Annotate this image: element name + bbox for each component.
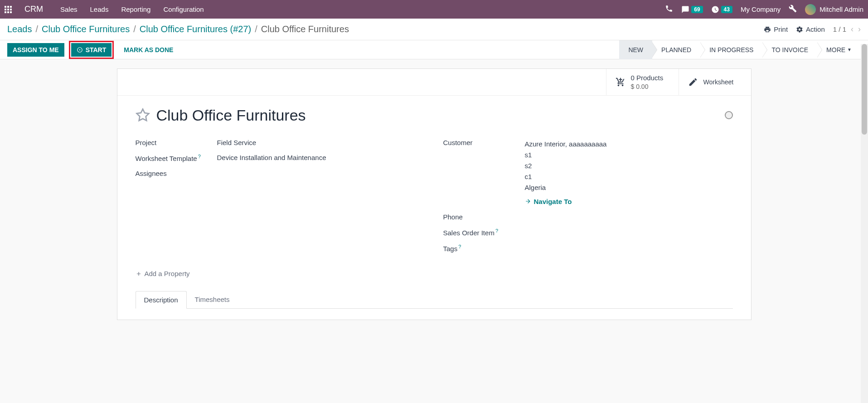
field-assignees: Assignees xyxy=(136,166,425,181)
chevron-down-icon: ▼ xyxy=(847,47,852,52)
value-customer[interactable]: Azure Interior, aaaaaaaaaa s1 s2 c1 Alge… xyxy=(525,139,733,206)
tab-timesheets[interactable]: Timesheets xyxy=(187,291,238,308)
breadcrumb-leads[interactable]: Leads xyxy=(7,24,32,34)
sheet-body: Club Office Furnitures Project Field Ser… xyxy=(117,96,751,320)
mark-done-button[interactable]: MARK AS DONE xyxy=(118,43,179,57)
button-box: 0 Products $ 0.00 Worksheet xyxy=(117,69,751,96)
messages-indicator[interactable]: 69 xyxy=(681,5,703,14)
help-icon[interactable]: ? xyxy=(458,244,461,249)
menu-sales[interactable]: Sales xyxy=(60,5,78,13)
cp-right: Print Action 1 / 1 ‹ › xyxy=(764,24,861,34)
value-phone[interactable] xyxy=(525,213,733,221)
breadcrumb-sep: / xyxy=(36,24,39,34)
app-brand[interactable]: CRM xyxy=(24,5,43,14)
step-more[interactable]: MORE▼ xyxy=(817,40,861,59)
svg-point-1 xyxy=(79,49,80,50)
form-columns: Project Field Service Worksheet Template… xyxy=(136,135,733,257)
button-box-spacer xyxy=(117,69,606,95)
stat-products-text: 0 Products $ 0.00 xyxy=(631,73,664,91)
value-assignees[interactable] xyxy=(217,170,425,177)
step-planned[interactable]: PLANNED xyxy=(652,40,700,59)
user-menu[interactable]: Mitchell Admin xyxy=(805,4,863,15)
voip-icon[interactable] xyxy=(665,5,673,14)
apps-icon[interactable] xyxy=(5,6,12,13)
scrollbar[interactable] xyxy=(861,44,868,403)
value-project[interactable]: Field Service xyxy=(217,139,425,146)
value-worksheet-template[interactable]: Device Installation and Maintenance xyxy=(217,154,425,162)
company-switcher[interactable]: My Company xyxy=(741,5,781,13)
help-icon[interactable]: ? xyxy=(198,154,201,159)
field-project: Project Field Service xyxy=(136,135,425,150)
field-tags: Tags? xyxy=(443,240,733,256)
label-soi: Sales Order Item? xyxy=(443,228,525,237)
label-worksheet-template: Worksheet Template? xyxy=(136,154,217,162)
messages-badge: 69 xyxy=(691,6,703,13)
label-tags: Tags? xyxy=(443,244,525,252)
menu-configuration[interactable]: Configuration xyxy=(163,5,204,13)
menu-reporting[interactable]: Reporting xyxy=(121,5,150,13)
navbar-right: 69 43 My Company Mitchell Admin xyxy=(665,4,863,15)
navbar: CRM Sales Leads Reporting Configuration … xyxy=(0,0,868,19)
print-button[interactable]: Print xyxy=(764,25,788,33)
plus-icon xyxy=(136,271,142,277)
field-worksheet-template: Worksheet Template? Device Installation … xyxy=(136,150,425,166)
breadcrumb-sep: / xyxy=(255,24,257,34)
arrow-right-icon xyxy=(525,198,531,204)
pager-next[interactable]: › xyxy=(858,24,861,34)
pager-value[interactable]: 1 / 1 xyxy=(833,25,846,33)
navbar-left: CRM Sales Leads Reporting Configuration xyxy=(5,5,204,14)
pencil-icon xyxy=(688,77,698,87)
breadcrumb-sep: / xyxy=(133,24,136,34)
value-soi[interactable] xyxy=(525,228,733,237)
help-icon[interactable]: ? xyxy=(495,228,498,233)
breadcrumb-l1[interactable]: Club Office Furnitures xyxy=(42,24,130,34)
tab-description[interactable]: Description xyxy=(136,291,187,309)
stat-products[interactable]: 0 Products $ 0.00 xyxy=(606,69,679,95)
activities-indicator[interactable]: 43 xyxy=(711,5,732,14)
field-customer: Customer Azure Interior, aaaaaaaaaa s1 s… xyxy=(443,135,733,210)
add-property-button[interactable]: Add a Property xyxy=(136,270,733,277)
timer-icon xyxy=(77,47,83,53)
statusbar: ASSIGN TO ME START MARK AS DONE NEW PLAN… xyxy=(0,40,868,59)
pager: 1 / 1 ‹ › xyxy=(833,24,861,34)
priority-indicator[interactable] xyxy=(725,111,733,119)
tabs: Description Timesheets xyxy=(136,291,733,309)
navigate-to-button[interactable]: Navigate To xyxy=(525,198,572,205)
value-tags[interactable] xyxy=(525,244,733,252)
debug-icon[interactable] xyxy=(789,5,797,14)
form-container: 0 Products $ 0.00 Worksheet Club Office … xyxy=(0,59,868,329)
control-panel: Leads / Club Office Furnitures / Club Of… xyxy=(0,19,868,40)
menu-leads[interactable]: Leads xyxy=(90,5,109,13)
form-sheet: 0 Products $ 0.00 Worksheet Club Office … xyxy=(117,68,752,320)
star-icon[interactable] xyxy=(136,108,150,122)
user-name: Mitchell Admin xyxy=(820,5,863,13)
label-customer: Customer xyxy=(443,139,525,206)
step-in-progress[interactable]: IN PROGRESS xyxy=(700,40,762,59)
stat-worksheet[interactable]: Worksheet xyxy=(679,69,751,95)
assign-to-me-button[interactable]: ASSIGN TO ME xyxy=(7,43,64,57)
statusbar-steps: NEW PLANNED IN PROGRESS TO INVOICE MORE▼ xyxy=(619,40,861,59)
breadcrumb-current: Club Office Furnitures xyxy=(261,24,349,34)
record-title[interactable]: Club Office Furnitures xyxy=(156,107,306,124)
start-button[interactable]: START xyxy=(71,43,112,57)
action-button[interactable]: Action xyxy=(796,25,825,33)
scrollbar-thumb[interactable] xyxy=(862,44,867,135)
activities-badge: 43 xyxy=(721,6,732,13)
breadcrumb-l2[interactable]: Club Office Furnitures (#27) xyxy=(140,24,251,34)
statusbar-left: ASSIGN TO ME START MARK AS DONE xyxy=(7,41,179,59)
pager-prev[interactable]: ‹ xyxy=(851,24,853,34)
navbar-menu: Sales Leads Reporting Configuration xyxy=(60,5,204,13)
title-row: Club Office Furnitures xyxy=(136,107,733,124)
label-assignees: Assignees xyxy=(136,170,217,177)
avatar-icon xyxy=(805,4,816,15)
label-project: Project xyxy=(136,139,217,146)
form-col-left: Project Field Service Worksheet Template… xyxy=(136,135,425,257)
field-phone: Phone xyxy=(443,209,733,224)
step-new[interactable]: NEW xyxy=(619,40,652,59)
label-phone: Phone xyxy=(443,213,525,221)
form-col-right: Customer Azure Interior, aaaaaaaaaa s1 s… xyxy=(443,135,733,257)
start-highlight: START xyxy=(69,41,114,59)
breadcrumb: Leads / Club Office Furnitures / Club Of… xyxy=(7,24,349,34)
cart-plus-icon xyxy=(616,77,626,87)
step-to-invoice[interactable]: TO INVOICE xyxy=(762,40,817,59)
